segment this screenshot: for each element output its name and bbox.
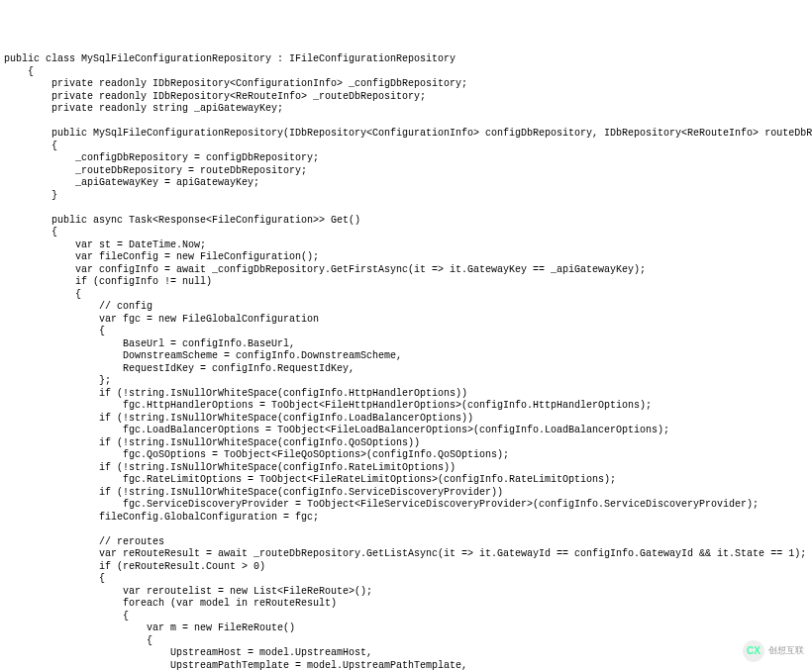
watermark-text: 创想互联 — [768, 645, 804, 656]
code-block: public class MySqlFileConfigurationRepos… — [4, 53, 808, 670]
watermark-icon: CX — [743, 640, 764, 662]
watermark: CX 创想互联 — [743, 640, 804, 662]
